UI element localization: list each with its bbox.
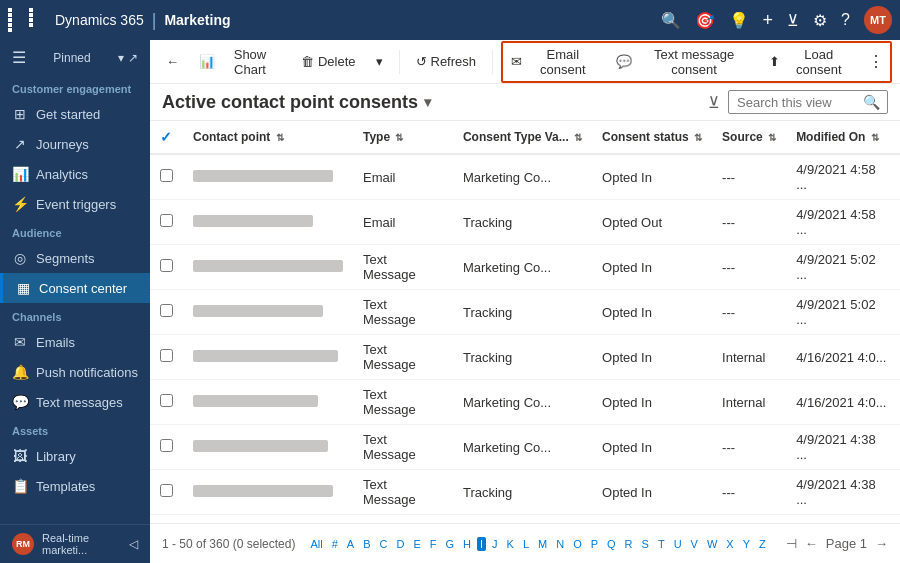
sidebar-item-segments[interactable]: ◎ Segments <box>0 243 150 273</box>
templates-icon: 📋 <box>12 478 28 494</box>
table-row[interactable]: Text Message Marketing Co... Opted In --… <box>150 515 900 524</box>
sidebar-item-label: Analytics <box>36 167 88 182</box>
alpha-nav-item-s[interactable]: S <box>639 537 652 551</box>
refresh-button[interactable]: ↺ Refresh <box>408 50 485 73</box>
sidebar-item-analytics[interactable]: 📊 Analytics <box>0 159 150 189</box>
target-icon[interactable]: 🎯 <box>695 11 715 30</box>
filter-records-icon[interactable]: ⊻ <box>708 93 720 112</box>
alpha-nav-item-n[interactable]: N <box>553 537 567 551</box>
text-message-consent-button[interactable]: 💬 Text message consent <box>608 43 761 81</box>
delete-dropdown-button[interactable]: ▾ <box>368 50 391 73</box>
col-consent-type[interactable]: Consent Type Va... ⇅ <box>453 121 592 154</box>
alpha-nav-item-d[interactable]: D <box>393 537 407 551</box>
row-checkbox[interactable] <box>150 515 183 524</box>
alpha-nav-item-z[interactable]: Z <box>756 537 769 551</box>
alpha-nav-item-b[interactable]: B <box>360 537 373 551</box>
row-checkbox[interactable] <box>150 200 183 245</box>
sidebar-item-library[interactable]: 🖼 Library <box>0 441 150 471</box>
sidebar-item-push-notifications[interactable]: 🔔 Push notifications <box>0 357 150 387</box>
row-checkbox[interactable] <box>150 470 183 515</box>
alpha-nav-item-a[interactable]: A <box>344 537 357 551</box>
col-modified-on[interactable]: Modified On ⇅ <box>786 121 900 154</box>
alpha-nav-item-j[interactable]: J <box>489 537 501 551</box>
alpha-nav-item-#[interactable]: # <box>329 537 341 551</box>
command-bar: ← 📊 Show Chart 🗑 Delete ▾ ↺ Refresh <box>150 40 900 84</box>
apps-icon[interactable] <box>8 8 49 32</box>
back-button[interactable]: ← <box>158 50 187 73</box>
chevron-down-icon[interactable]: ▾ <box>118 51 124 65</box>
load-consent-button[interactable]: ⬆ Load consent <box>761 43 862 81</box>
row-consent-status: Opted In <box>592 515 712 524</box>
col-source[interactable]: Source ⇅ <box>712 121 786 154</box>
alpha-nav-item-o[interactable]: O <box>570 537 585 551</box>
sidebar-item-text-messages[interactable]: 💬 Text messages <box>0 387 150 417</box>
help-icon[interactable]: ? <box>841 11 850 29</box>
row-checkbox[interactable] <box>150 425 183 470</box>
alpha-nav-item-u[interactable]: U <box>671 537 685 551</box>
row-type: Text Message <box>353 290 453 335</box>
col-contact-point[interactable]: Contact point ⇅ <box>183 121 353 154</box>
row-consent-status: Opted In <box>592 335 712 380</box>
row-consent-status: Opted In <box>592 470 712 515</box>
alpha-nav-item-p[interactable]: P <box>588 537 601 551</box>
sidebar-item-event-triggers[interactable]: ⚡ Event triggers <box>0 189 150 219</box>
sidebar-item-templates[interactable]: 📋 Templates <box>0 471 150 501</box>
sidebar-item-consent-center[interactable]: ▦ Consent center <box>0 273 150 303</box>
search-icon[interactable]: 🔍 <box>661 11 681 30</box>
search-submit-icon[interactable]: 🔍 <box>863 94 880 110</box>
question-icon[interactable]: 💡 <box>729 11 749 30</box>
settings-icon[interactable]: ⚙ <box>813 11 827 30</box>
page-next-button[interactable]: → <box>875 536 888 551</box>
alpha-nav-item-m[interactable]: M <box>535 537 550 551</box>
row-checkbox[interactable] <box>150 335 183 380</box>
alpha-nav-item-x[interactable]: X <box>723 537 736 551</box>
table-row[interactable]: Text Message Tracking Opted In --- 4/9/2… <box>150 470 900 515</box>
alpha-nav-item-l[interactable]: L <box>520 537 532 551</box>
alpha-nav-item-f[interactable]: F <box>427 537 440 551</box>
alpha-nav-item-i[interactable]: I <box>477 537 486 551</box>
alpha-nav-item-e[interactable]: E <box>410 537 423 551</box>
row-checkbox[interactable] <box>150 380 183 425</box>
show-chart-button[interactable]: 📊 Show Chart <box>191 43 289 81</box>
filter-icon[interactable]: ⊻ <box>787 11 799 30</box>
row-checkbox[interactable] <box>150 154 183 200</box>
table-row[interactable]: Text Message Marketing Co... Opted In --… <box>150 425 900 470</box>
alpha-nav-item-all[interactable]: All <box>307 537 325 551</box>
search-input[interactable] <box>737 95 857 110</box>
sidebar-item-get-started[interactable]: ⊞ Get started <box>0 99 150 129</box>
table-row[interactable]: Email Marketing Co... Opted In --- 4/9/2… <box>150 154 900 200</box>
table-row[interactable]: Text Message Tracking Opted In --- 4/9/2… <box>150 290 900 335</box>
view-dropdown-icon[interactable]: ▾ <box>424 94 431 110</box>
alpha-nav-item-v[interactable]: V <box>688 537 701 551</box>
table-row[interactable]: Text Message Marketing Co... Opted In In… <box>150 380 900 425</box>
col-consent-status[interactable]: Consent status ⇅ <box>592 121 712 154</box>
page-prev-button[interactable]: ← <box>805 536 818 551</box>
table-row[interactable]: Email Tracking Opted Out --- 4/9/2021 4:… <box>150 200 900 245</box>
alpha-nav-item-g[interactable]: G <box>442 537 457 551</box>
sidebar-item-journeys[interactable]: ↗ Journeys <box>0 129 150 159</box>
alpha-nav-item-y[interactable]: Y <box>740 537 753 551</box>
table-row[interactable]: Text Message Tracking Opted In Internal … <box>150 335 900 380</box>
alpha-nav-item-t[interactable]: T <box>655 537 668 551</box>
col-type[interactable]: Type ⇅ <box>353 121 453 154</box>
page-first-button[interactable]: ⊣ <box>786 536 797 551</box>
more-options-icon[interactable]: ⋮ <box>862 48 890 75</box>
search-box[interactable]: 🔍 <box>728 90 888 114</box>
sidebar-pinned[interactable]: ☰ Pinned ▾ ↗ <box>0 40 150 75</box>
alpha-nav-item-h[interactable]: H <box>460 537 474 551</box>
delete-button[interactable]: 🗑 Delete <box>293 50 364 73</box>
alpha-nav-item-w[interactable]: W <box>704 537 720 551</box>
expand-icon[interactable]: ↗ <box>128 51 138 65</box>
sidebar-item-emails[interactable]: ✉ Emails <box>0 327 150 357</box>
alpha-nav-item-k[interactable]: K <box>504 537 517 551</box>
table-row[interactable]: Text Message Marketing Co... Opted In --… <box>150 245 900 290</box>
row-checkbox[interactable] <box>150 245 183 290</box>
alpha-nav-item-c[interactable]: C <box>376 537 390 551</box>
row-checkbox[interactable] <box>150 290 183 335</box>
alpha-nav-item-q[interactable]: Q <box>604 537 619 551</box>
alpha-nav-item-r[interactable]: R <box>622 537 636 551</box>
plus-icon[interactable]: + <box>763 10 774 31</box>
avatar[interactable]: MT <box>864 6 892 34</box>
sidebar-account-switcher[interactable]: RM Real-time marketi... ◁ <box>0 525 150 563</box>
email-consent-button[interactable]: ✉ Email consent <box>503 43 608 81</box>
